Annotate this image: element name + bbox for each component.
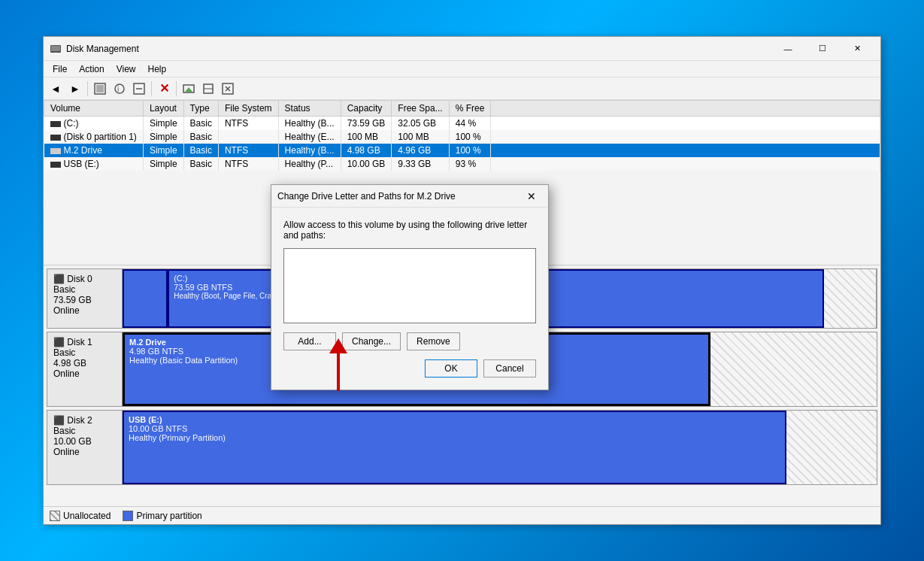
col-filesystem: File System: [218, 101, 278, 117]
legend-primary-label: Primary partition: [136, 511, 201, 521]
modal-ok-cancel: OK Cancel: [283, 359, 536, 378]
maximize-button[interactable]: ☐: [805, 37, 840, 61]
toolbar: ◄ ► i ✕: [44, 77, 880, 100]
remove-button[interactable]: Remove: [407, 332, 460, 350]
disk-2-name: ⬛ Disk 2: [53, 415, 116, 426]
svg-rect-2: [52, 52, 53, 53]
cell-volume: (C:): [44, 117, 144, 131]
col-free: Free Spa...: [392, 101, 449, 117]
cell-layout: Simple: [143, 144, 183, 157]
table-row[interactable]: (C:) Simple Basic NTFS Healthy (B... 73.…: [44, 117, 880, 131]
disk-0-name: ⬛ Disk 0: [53, 274, 116, 284]
svg-rect-1: [51, 46, 60, 51]
toolbar-btn-4[interactable]: [180, 80, 198, 98]
toolbar-btn-3[interactable]: [130, 80, 148, 98]
back-button[interactable]: ◄: [47, 80, 65, 98]
cell-status: Healthy (E...: [278, 130, 341, 144]
cancel-button[interactable]: Cancel: [483, 359, 536, 378]
disk-0-label: ⬛ Disk 0 Basic 73.59 GB Online: [47, 269, 123, 328]
disk-0-size: 73.59 GB: [53, 295, 116, 305]
svg-text:i: i: [117, 85, 119, 93]
add-button[interactable]: Add...: [283, 332, 336, 350]
toolbar-btn-1[interactable]: [91, 80, 109, 98]
disk-2-usb-size: 10.00 GB NTFS: [129, 424, 780, 433]
minimize-button[interactable]: —: [771, 37, 805, 61]
modal-title: Change Drive Letter and Paths for M.2 Dr…: [277, 191, 521, 202]
modal-close-button[interactable]: ✕: [521, 186, 542, 207]
cell-layout: Simple: [143, 117, 183, 131]
change-button[interactable]: Change...: [342, 332, 401, 350]
cell-capacity: 73.59 GB: [341, 117, 392, 131]
table-row[interactable]: (Disk 0 partition 1) Simple Basic Health…: [44, 130, 880, 144]
cell-extra: [491, 157, 880, 171]
cell-volume: (Disk 0 partition 1): [44, 130, 144, 144]
menu-view[interactable]: View: [111, 62, 142, 76]
forward-button[interactable]: ►: [66, 80, 84, 98]
table-row[interactable]: M.2 Drive Simple Basic NTFS Healthy (B..…: [44, 144, 880, 157]
disk-2-status: Online: [53, 447, 116, 457]
cell-pct: 93 %: [449, 157, 491, 171]
menu-action[interactable]: Action: [73, 62, 110, 76]
col-extra: [491, 101, 880, 117]
cell-fs: NTFS: [218, 117, 278, 131]
svg-rect-3: [58, 52, 59, 53]
disk-0-type: Basic: [53, 284, 116, 295]
cell-capacity: 100 MB: [341, 130, 392, 144]
disk-2-partition-usb[interactable]: USB (E:) 10.00 GB NTFS Healthy (Primary …: [123, 411, 786, 484]
disk-2-row: ⬛ Disk 2 Basic 10.00 GB Online USB (E:) …: [47, 410, 877, 485]
disk-2-type: Basic: [53, 426, 116, 436]
disk-2-label: ⬛ Disk 2 Basic 10.00 GB Online: [47, 411, 123, 484]
cell-fs: NTFS: [218, 144, 278, 157]
legend-unalloc-label: Unallocated: [63, 511, 111, 521]
disk-2-usb-label: USB (E:): [129, 415, 780, 424]
toolbar-btn-5[interactable]: [199, 80, 217, 98]
status-bar: Unallocated Primary partition: [44, 506, 880, 524]
toolbar-btn-6[interactable]: [219, 80, 237, 98]
menu-bar: File Action View Help: [44, 61, 880, 77]
disk-0-partition-efi[interactable]: [123, 269, 168, 328]
toolbar-delete-button[interactable]: ✕: [155, 80, 173, 98]
disk-0-status: Online: [53, 305, 116, 316]
cell-fs: NTFS: [218, 157, 278, 171]
cell-type: Basic: [183, 157, 218, 171]
cell-extra: [491, 144, 880, 157]
cell-layout: Simple: [143, 157, 183, 171]
cell-capacity: 4.98 GB: [341, 144, 392, 157]
cell-pct: 100 %: [449, 144, 491, 157]
disk-1-type: Basic: [53, 347, 116, 358]
modal-body: Allow access to this volume by using the…: [271, 208, 548, 390]
cell-free: 100 MB: [392, 130, 449, 144]
svg-rect-5: [96, 85, 104, 92]
disk-1-label: ⬛ Disk 1 Basic 4.98 GB Online: [47, 332, 123, 406]
disk-2-unalloc: [786, 411, 877, 484]
table-row[interactable]: USB (E:) Simple Basic NTFS Healthy (P...…: [44, 157, 880, 171]
col-type: Type: [183, 101, 218, 117]
separator-2: [151, 81, 152, 96]
menu-help[interactable]: Help: [142, 62, 173, 76]
cell-capacity: 10.00 GB: [341, 157, 392, 171]
window-title: Disk Management: [66, 44, 771, 54]
cell-volume: USB (E:): [44, 157, 144, 171]
disk-1-unalloc: [710, 332, 877, 406]
cell-pct: 100 %: [449, 130, 491, 144]
cell-status: Healthy (P...: [278, 157, 341, 171]
cell-type: Basic: [183, 130, 218, 144]
cell-pct: 44 %: [449, 117, 491, 131]
cell-type: Basic: [183, 144, 218, 157]
volumes-table: Volume Layout Type File System Status Ca…: [44, 100, 880, 171]
app-icon: [50, 43, 62, 55]
toolbar-btn-2[interactable]: i: [111, 80, 129, 98]
disk-1-status: Online: [53, 368, 116, 379]
menu-file[interactable]: File: [47, 62, 73, 76]
legend-primary-box: [123, 511, 133, 521]
close-button[interactable]: ✕: [840, 37, 874, 61]
modal-listbox[interactable]: [283, 248, 536, 323]
separator-3: [176, 81, 177, 96]
cell-status: Healthy (B...: [278, 144, 341, 157]
ok-button[interactable]: OK: [425, 359, 477, 378]
disk-2-usb-status: Healthy (Primary Partition): [129, 433, 780, 442]
cell-free: 32.05 GB: [392, 117, 449, 131]
title-bar: Disk Management — ☐ ✕: [44, 37, 880, 61]
cell-free: 4.96 GB: [392, 144, 449, 157]
cell-layout: Simple: [143, 130, 183, 144]
